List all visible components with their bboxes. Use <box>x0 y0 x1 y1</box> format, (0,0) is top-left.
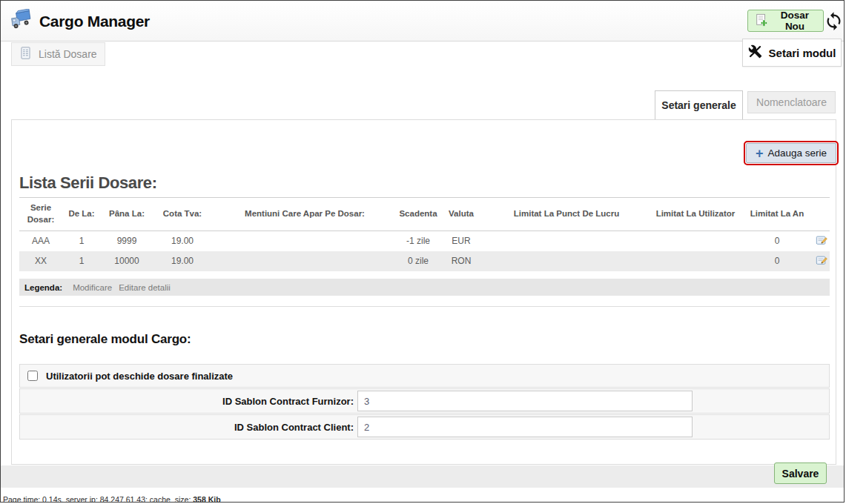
col-limitat-an: Limitat La An <box>741 198 813 231</box>
cell-limitat-punct <box>483 251 650 271</box>
truck-icon <box>10 9 33 34</box>
cell-serie: AAA <box>19 231 62 251</box>
tab-setari-generale[interactable]: Setari generale <box>655 90 743 119</box>
cargo-manager-window: Cargo Manager Dosar Nou <box>0 0 845 503</box>
cell-valuta: EUR <box>439 231 483 251</box>
legend-label: Legenda: <box>24 283 62 292</box>
cell-limitat-utilizator <box>650 231 741 251</box>
series-heading: Lista Serii Dosare: <box>19 173 157 193</box>
edit-note-icon <box>816 237 827 248</box>
edit-row-button[interactable] <box>816 234 827 246</box>
legend-item: Editare detalii <box>119 283 171 292</box>
legend-row: Legenda: Modificare Editare detalii <box>19 279 830 296</box>
col-scadenta: Scadenta <box>397 198 439 231</box>
header-bar: Cargo Manager Dosar Nou <box>1 1 844 42</box>
legend-item: Modificare <box>73 283 112 292</box>
bottom-band <box>1 465 844 488</box>
adauga-serie-button[interactable]: Adauga serie <box>746 143 836 163</box>
adauga-serie-label: Adauga serie <box>767 147 827 159</box>
cell-limitat-an: 0 <box>741 251 813 271</box>
cell-limitat-punct <box>483 231 650 251</box>
cell-cota-tva: 19.00 <box>153 231 212 251</box>
col-mentiuni: Mentiuni Care Apar Pe Dosar: <box>212 198 397 231</box>
dosar-nou-label: Dosar Nou <box>773 10 816 32</box>
lista-dosare-button[interactable]: Listă Dosare <box>11 42 105 66</box>
col-de-la: De La: <box>62 198 101 231</box>
list-document-icon <box>19 46 32 62</box>
section-divider <box>19 306 830 307</box>
setari-modul-label: Setari modul <box>769 47 836 59</box>
finalizate-checkbox[interactable] <box>27 371 38 381</box>
cell-pana-la: 9999 <box>101 231 153 251</box>
furnizor-label: ID Sablon Contract Furnizor: <box>20 396 354 407</box>
table-row: XX 1 10000 19.00 0 zile RON 0 <box>19 251 830 271</box>
app-title: Cargo Manager <box>39 1 150 42</box>
checkbox-row: Utilizatorii pot deschide dosare finaliz… <box>19 364 830 388</box>
lista-dosare-label: Listă Dosare <box>39 48 97 60</box>
page-time-text: Page time: 0.14s, server ip: 84.247.61.4… <box>3 495 191 503</box>
salvare-button[interactable]: Salvare <box>774 462 827 484</box>
cell-limitat-an: 0 <box>741 231 813 251</box>
col-serie-dosar: Serie Dosar: <box>19 198 62 231</box>
table-row: AAA 1 9999 19.00 -1 zile EUR 0 <box>19 231 830 251</box>
client-row: ID Sablon Contract Client: <box>19 414 830 440</box>
cell-cota-tva: 19.00 <box>153 251 212 271</box>
col-cota-tva: Cota Tva: <box>153 198 212 231</box>
setari-modul-button[interactable]: Setari modul <box>742 39 842 67</box>
furnizor-input[interactable] <box>357 391 693 411</box>
cell-mentiuni <box>212 231 397 251</box>
col-pana-la: Pâna La: <box>101 198 153 231</box>
furnizor-row: ID Sablon Contract Furnizor: <box>19 388 830 414</box>
plus-icon <box>756 147 764 160</box>
cell-de-la: 1 <box>62 231 101 251</box>
settings-panel: Adauga serie Lista Serii Dosare: Serie D… <box>11 119 836 465</box>
refresh-icon <box>824 22 844 33</box>
cell-pana-la: 10000 <box>101 251 153 271</box>
finalizate-checkbox-label: Utilizatorii pot deschide dosare finaliz… <box>46 371 233 382</box>
cell-limitat-utilizator <box>650 251 741 271</box>
cell-valuta: RON <box>439 251 483 271</box>
wrench-icon <box>748 44 762 61</box>
edit-note-icon <box>816 257 827 268</box>
cell-scadenta: -1 zile <box>397 231 439 251</box>
cache-size-value: 358 Kib <box>193 495 220 503</box>
cell-de-la: 1 <box>62 251 101 271</box>
col-limitat-utilizator: Limitat La Utilizator <box>650 198 741 231</box>
cell-mentiuni <box>212 251 397 271</box>
cell-scadenta: 0 zile <box>397 251 439 271</box>
cell-serie: XX <box>19 251 62 271</box>
page-stats: Page time: 0.14s, server ip: 84.247.61.4… <box>3 495 221 503</box>
tab-nomenclatoare-label: Nomenclatoare <box>756 96 827 108</box>
col-limitat-punct: Limitat La Punct De Lucru <box>483 198 650 231</box>
series-table: Serie Dosar: De La: Pâna La: Cota Tva: M… <box>19 197 830 271</box>
document-plus-icon <box>755 13 768 29</box>
refresh-button[interactable] <box>824 11 844 31</box>
edit-row-button[interactable] <box>816 254 827 266</box>
client-label: ID Sablon Contract Client: <box>20 422 354 433</box>
settings-heading: Setari generale modul Cargo: <box>19 332 191 347</box>
settings-form: Utilizatorii pot deschide dosare finaliz… <box>19 364 830 440</box>
col-valuta: Valuta <box>439 198 483 231</box>
client-input[interactable] <box>357 417 693 437</box>
series-table-header-row: Serie Dosar: De La: Pâna La: Cota Tva: M… <box>19 198 830 231</box>
tab-nomenclatoare[interactable]: Nomenclatoare <box>747 91 836 113</box>
col-actions <box>813 198 830 231</box>
tab-setari-generale-label: Setari generale <box>661 99 736 111</box>
dosar-nou-button[interactable]: Dosar Nou <box>747 10 824 32</box>
